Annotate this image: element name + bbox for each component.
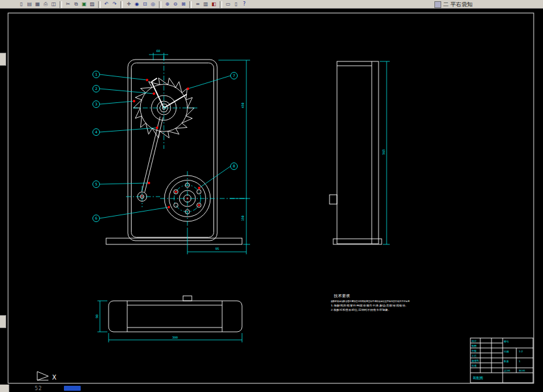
dim-side-height: 565	[382, 149, 385, 154]
balloon-5[interactable]: 5	[93, 181, 151, 188]
balloon-3[interactable]: 3	[93, 100, 136, 108]
balloon-8[interactable]: 8	[198, 163, 238, 190]
undo-icon[interactable]: ↶	[102, 1, 110, 8]
color-control-icon[interactable]: ◧	[210, 1, 218, 8]
svg-text:7: 7	[233, 73, 235, 78]
titleblock-drawing-name: 装配图	[473, 376, 483, 380]
toolbar-separator	[159, 1, 161, 8]
dim-plan-width: 300	[172, 336, 177, 339]
technical-notes: 技术要求 装配时各运动配合面均需加注润滑脂各紧固件不得松动运转应平稳无异常噪声方…	[331, 293, 410, 312]
paper-space-icon[interactable]: ▯	[232, 1, 240, 8]
svg-text:2: 2	[95, 86, 97, 91]
titleblock-scale-value: 1:2	[519, 350, 523, 353]
zoom-out-icon[interactable]: ⊖	[171, 1, 179, 8]
front-view	[106, 56, 247, 244]
titleblock-qty-label: 数量	[504, 360, 509, 363]
front-view-dimensions: 60 450 150 95	[149, 49, 250, 254]
ucs-x-label: X	[52, 374, 56, 381]
drawing-sheet-border	[8, 13, 534, 383]
main-toolbar: ▯ ▤ ▦ ⎙ ◫ ✂ ⧉ ▣ ▨ ↶ ↷ ✛ ◉ ⊡ ◎ ⊕ ⊖ ⊠ ≡ ▥ …	[0, 0, 543, 9]
balloon-callouts: 1 2 3 4 5 6 7	[93, 71, 238, 222]
layer-properties-icon[interactable]: ▥	[202, 1, 210, 8]
notes-title: 技术要求	[333, 293, 350, 298]
dim-plan-depth: 98	[95, 314, 99, 318]
balloon-2[interactable]: 2	[93, 86, 156, 96]
dim-right-lower: 150	[241, 215, 245, 221]
toolbar-separator	[189, 1, 192, 8]
ucs-icon: X	[37, 372, 56, 381]
toolbar-separator	[220, 1, 222, 8]
zoom-window-icon[interactable]: ⊡	[141, 1, 149, 8]
taskbar-active-button[interactable]	[64, 386, 81, 391]
notes-line-1: 1.装配前所有零件用煤油清洗干净,配合表面涂润滑油。	[331, 304, 408, 308]
titleblock-row-1: 制图	[472, 344, 477, 348]
taskbar-corner-button[interactable]	[0, 385, 9, 392]
help-icon[interactable]: ?	[240, 1, 248, 8]
model-space-icon[interactable]: ▭	[224, 1, 232, 8]
toolbar-caption: 二 平右袋知	[443, 1, 473, 9]
zoom-realtime-icon[interactable]: ◉	[133, 1, 141, 8]
match-properties-icon[interactable]: ▨	[88, 1, 96, 8]
redo-icon[interactable]: ↷	[110, 1, 119, 8]
docked-toolbar-stub[interactable]	[0, 53, 6, 66]
floating-toolbar-icon	[434, 1, 441, 8]
side-view: 565	[330, 61, 390, 244]
dim-front-bottom: 95	[215, 247, 219, 251]
zoom-in-icon[interactable]: ⊕	[163, 1, 171, 8]
title-block: 设计 制图 审核 工艺 标准化 批准 图号 比例 1:2 数量 1 共1张 第1…	[470, 338, 533, 383]
zoom-previous-icon[interactable]: ◎	[149, 1, 157, 8]
svg-text:5: 5	[95, 182, 97, 186]
titleblock-row-3: 工艺	[472, 354, 477, 357]
titleblock-scale-label: 比例	[504, 350, 509, 354]
svg-text:6: 6	[95, 216, 97, 220]
taskbar-label: 52	[35, 386, 42, 391]
print-preview-icon[interactable]: ◫	[50, 1, 58, 8]
svg-text:3: 3	[95, 102, 97, 106]
titleblock-sheet-label: 共1张	[504, 369, 511, 372]
titleblock-row-4: 标准化	[472, 359, 479, 363]
notes-line-2: 2.装配后检查各部位,运转时不得有卡滞现象。	[331, 308, 391, 312]
save-file-icon[interactable]: ▦	[34, 1, 42, 8]
balloon-1[interactable]: 1	[93, 71, 149, 82]
ratchet-gear	[133, 56, 197, 149]
svg-text:4: 4	[95, 130, 97, 134]
titleblock-row-0: 设计	[472, 339, 477, 342]
titleblock-row-5: 批准	[472, 364, 477, 367]
titleblock-sheet-value: 第1张	[519, 369, 526, 372]
dim-right-upper: 450	[241, 102, 245, 108]
layers-icon[interactable]: ≡	[194, 1, 202, 8]
paste-icon[interactable]: ▣	[80, 1, 88, 8]
titleblock-no-label: 图号	[504, 340, 509, 343]
svg-text:8: 8	[233, 164, 235, 168]
flange-wheel	[160, 171, 247, 228]
open-file-icon[interactable]: ▤	[25, 1, 34, 8]
cut-icon[interactable]: ✂	[64, 1, 72, 8]
drawing-canvas[interactable]: 1 2 3 4 5 6 7	[0, 0, 543, 392]
toolbar-separator	[98, 1, 101, 8]
docked-toolbar-stub[interactable]	[0, 315, 6, 328]
application-window: ▯ ▤ ▦ ⎙ ◫ ✂ ⧉ ▣ ▨ ↶ ↷ ✛ ◉ ⊡ ◎ ⊕ ⊖ ⊠ ≡ ▥ …	[0, 0, 543, 392]
status-strip: 52	[0, 385, 543, 392]
titleblock-row-2: 审核	[472, 349, 477, 352]
toolbar-separator	[60, 1, 62, 8]
svg-text:1: 1	[95, 72, 97, 76]
dim-top: 60	[156, 49, 160, 53]
copy-icon[interactable]: ⧉	[72, 1, 80, 8]
balloon-7[interactable]: 7	[187, 73, 238, 91]
pan-icon[interactable]: ✛	[125, 1, 133, 8]
toolbar-separator	[120, 1, 123, 8]
zoom-extents-icon[interactable]: ⊠	[179, 1, 187, 8]
titleblock-qty-value: 1	[519, 360, 521, 363]
print-icon[interactable]: ⎙	[42, 1, 50, 8]
notes-line-dense: 装配时各运动配合面均需加注润滑脂各紧固件不得松动运转应平稳无异常噪声方可使用	[331, 300, 410, 303]
new-file-icon[interactable]: ▯	[17, 1, 25, 8]
plan-view: 98 300	[95, 296, 242, 342]
